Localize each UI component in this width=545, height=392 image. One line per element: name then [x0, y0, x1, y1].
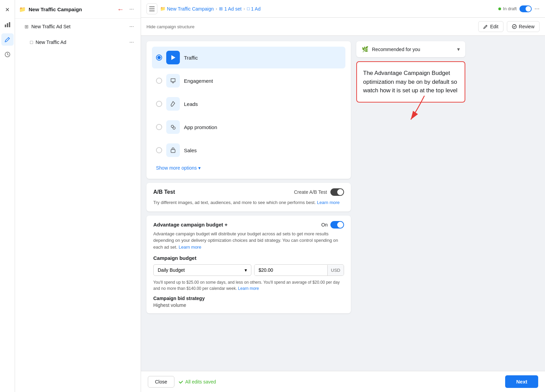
ab-test-toggle[interactable]	[330, 188, 344, 196]
traffic-label: Traffic	[184, 55, 198, 61]
sales-icon	[166, 143, 180, 157]
objective-engagement[interactable]: Engagement	[152, 70, 345, 92]
saved-indicator: All edits saved	[178, 379, 216, 385]
clock-icon[interactable]	[1, 48, 14, 61]
rec-icon: 🌿	[362, 46, 369, 52]
breadcrumb-ad[interactable]: □ 1 Ad	[247, 6, 261, 12]
traffic-radio[interactable]	[156, 54, 162, 61]
breadcrumb-sep-1: ›	[216, 6, 217, 11]
hide-structure-button[interactable]: Hide campaign structure	[146, 24, 194, 29]
engagement-radio[interactable]	[156, 78, 162, 84]
edit-icon[interactable]	[1, 33, 14, 46]
adv-description: Advantage campaign budget will distribut…	[153, 231, 344, 251]
engagement-label: Engagement	[184, 78, 213, 84]
campaign-more-button[interactable]: ···	[127, 5, 137, 14]
nav-rail: ✕	[0, 0, 15, 392]
close-button[interactable]: Close	[148, 376, 174, 388]
adv-toggle-row: On	[321, 221, 344, 229]
advantage-budget-toggle[interactable]	[330, 221, 344, 229]
traffic-icon	[166, 51, 180, 64]
ad-label: New Traffic Ad	[35, 40, 124, 45]
sidebar-campaign-item[interactable]: 📁 New Traffic Campaign ← ···	[15, 0, 141, 19]
budget-select-chevron: ▾	[245, 267, 247, 273]
rec-label: Recommended for you	[372, 47, 454, 52]
adset-label: New Traffic Ad Set	[31, 24, 124, 29]
adv-learn-more-link[interactable]: Learn more	[178, 245, 201, 250]
show-more-button[interactable]: Show more options ▾	[152, 162, 205, 173]
sidebar-toggle-button[interactable]	[146, 3, 157, 14]
ab-header: A/B Test Create A/B Test	[153, 188, 344, 196]
bid-strategy-title: Campaign bid strategy	[153, 296, 344, 301]
budget-input-wrap: USD	[254, 264, 344, 276]
review-button[interactable]: Review	[507, 21, 540, 32]
breadcrumb-adset[interactable]: ⊞ 1 Ad set	[219, 6, 242, 12]
rec-chevron-icon[interactable]: ▾	[457, 46, 460, 52]
leads-radio[interactable]	[156, 101, 162, 107]
objective-leads[interactable]: Leads	[152, 93, 345, 115]
topbar-more-button[interactable]: ···	[534, 5, 540, 12]
svg-rect-11	[171, 150, 175, 153]
topbar: 📁 New Traffic Campaign › ⊞ 1 Ad set › □ …	[141, 0, 545, 18]
leads-icon	[166, 97, 180, 111]
svg-marker-8	[171, 55, 175, 60]
breadcrumb-adset-icon: ⊞	[219, 6, 223, 11]
objective-sales[interactable]: Sales	[152, 139, 345, 161]
sidebar-ad-item[interactable]: □ New Traffic Ad ···	[15, 34, 141, 50]
bottom-bar: Close All edits saved Next	[141, 371, 545, 392]
objective-traffic[interactable]: Traffic	[152, 47, 345, 68]
adv-on-label: On	[321, 222, 328, 228]
budget-currency-label: USD	[327, 265, 344, 276]
engagement-icon	[166, 74, 180, 88]
sales-label: Sales	[184, 147, 197, 153]
campaign-budget-label: Campaign budget	[153, 255, 344, 261]
budget-learn-more-link[interactable]: Learn more	[238, 286, 259, 291]
recommended-card: 🌿 Recommended for you ▾	[356, 41, 465, 57]
svg-point-7	[512, 25, 516, 29]
ab-test-card: A/B Test Create A/B Test Try different i…	[146, 183, 351, 211]
sidebar: 📁 New Traffic Campaign ← ··· ⊞ New Traff…	[15, 0, 141, 392]
breadcrumb-ad-icon: □	[247, 6, 250, 11]
right-panel: 🌿 Recommended for you ▾ The Advantage Ca…	[356, 41, 465, 365]
ab-title: A/B Test	[153, 189, 175, 195]
budget-type-select[interactable]: Daily Budget ▾	[153, 264, 251, 276]
campaign-title: New Traffic Campaign	[29, 6, 114, 12]
leads-label: Leads	[184, 101, 198, 107]
ab-toggle-label: Create A/B Test	[294, 189, 327, 195]
advantage-budget-card: Advantage campaign budget + On Advantage…	[146, 216, 351, 314]
main-panel: Traffic Engagement Leads	[146, 41, 351, 365]
adset-more-button[interactable]: ···	[127, 22, 137, 31]
breadcrumb-campaign[interactable]: 📁 New Traffic Campaign	[160, 6, 214, 12]
main-content: 📁 New Traffic Campaign › ⊞ 1 Ad set › □ …	[141, 0, 545, 392]
app-icon	[166, 120, 180, 134]
breadcrumb: 📁 New Traffic Campaign › ⊞ 1 Ad set › □ …	[160, 6, 261, 12]
ab-description: Try different images, ad text, audiences…	[153, 199, 344, 206]
ad-more-button[interactable]: ···	[127, 38, 137, 47]
app-label: App promotion	[184, 124, 217, 130]
sidebar-adset-item[interactable]: ⊞ New Traffic Ad Set ···	[15, 19, 141, 34]
svg-rect-0	[5, 25, 6, 27]
ab-learn-more-link[interactable]: Learn more	[317, 200, 340, 205]
close-icon[interactable]: ✕	[1, 3, 14, 16]
draft-status: In draft	[498, 6, 517, 11]
bar-chart-icon[interactable]	[1, 18, 14, 31]
ad-icon: □	[30, 40, 33, 45]
red-arrow-indicator: ←	[117, 5, 124, 13]
ab-toggle-row: Create A/B Test	[294, 188, 344, 196]
svg-rect-4	[149, 6, 155, 7]
svg-point-10	[173, 127, 175, 129]
sales-radio[interactable]	[156, 147, 162, 153]
svg-rect-1	[7, 23, 8, 27]
budget-row: Daily Budget ▾ USD	[153, 264, 344, 276]
draft-toggle[interactable]	[519, 5, 532, 12]
content-area: Traffic Engagement Leads	[141, 36, 545, 371]
app-radio[interactable]	[156, 124, 162, 130]
callout-container: The Advantage Campaign Budget optimizati…	[356, 61, 465, 103]
adv-header: Advantage campaign budget + On	[153, 221, 344, 229]
next-button[interactable]: Next	[505, 375, 538, 388]
edit-button[interactable]: Edit	[478, 21, 503, 32]
adset-icon: ⊞	[25, 24, 29, 29]
folder-icon: 📁	[19, 6, 26, 13]
objective-app-promotion[interactable]: App promotion	[152, 116, 345, 138]
budget-hint: You'll spend up to $25.00 on some days, …	[153, 279, 344, 292]
budget-amount-input[interactable]	[254, 265, 327, 276]
